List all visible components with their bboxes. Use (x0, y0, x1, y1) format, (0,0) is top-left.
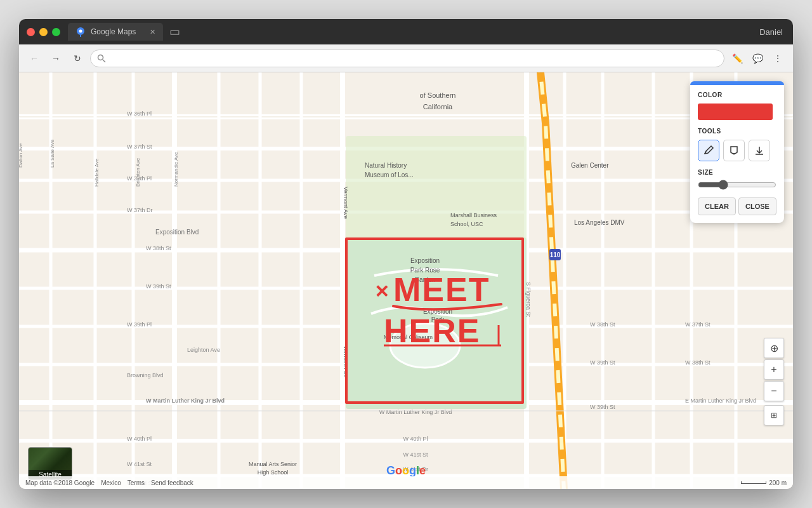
svg-text:High School: High School (258, 469, 289, 476)
svg-text:W 36th Pl: W 36th Pl (127, 110, 152, 117)
map-footer: Map data ©2018 Google Mexico Terms Send … (19, 476, 793, 489)
user-name: Daniel (759, 27, 783, 37)
scale-label: 200 m (769, 479, 787, 486)
svg-text:S Figueroa St: S Figueroa St (525, 282, 532, 318)
svg-text:Exposition: Exposition (410, 257, 440, 264)
address-input[interactable]: Page Marker (110, 53, 717, 63)
map-controls: ⊕ + − ⊞ (764, 338, 784, 425)
color-label: COLOR (698, 91, 776, 98)
svg-text:W 41st St: W 41st St (127, 461, 152, 467)
svg-text:of Southern: of Southern (420, 91, 456, 99)
svg-text:W 38th St: W 38th St (590, 321, 615, 328)
traffic-lights (27, 28, 60, 36)
tools-label: TOOLS (698, 128, 776, 135)
fill-icon (728, 145, 740, 156)
svg-text:W 37th St: W 37th St (127, 144, 152, 150)
svg-text:W 40th Pl: W 40th Pl (127, 436, 152, 442)
forward-button[interactable]: → (47, 50, 65, 67)
svg-text:MEET: MEET (393, 271, 490, 308)
titlebar: Google Maps ✕ ▭ Daniel (19, 19, 793, 44)
maximize-button[interactable] (52, 28, 60, 36)
svg-text:Normandie Ave: Normandie Ave (173, 152, 179, 187)
svg-point-1 (79, 30, 82, 33)
pen-tool-button[interactable] (698, 140, 719, 161)
svg-text:W 40th Pl: W 40th Pl (403, 436, 428, 442)
color-swatch[interactable] (698, 104, 773, 120)
clear-button[interactable]: CLEAR (698, 197, 736, 215)
svg-text:Leighton Ave: Leighton Ave (187, 347, 220, 353)
close-button[interactable] (27, 28, 35, 36)
google-logo: Google (386, 464, 426, 478)
svg-point-2 (98, 55, 103, 60)
map-feedback-link[interactable]: Send feedback (151, 479, 193, 486)
address-bar[interactable]: Page Marker (90, 50, 724, 67)
browser-toolbar: ← → ↻ Page Marker ✏️ 💬 ⋮ (19, 44, 793, 72)
svg-text:✕: ✕ (374, 282, 389, 302)
maps-tab-icon (75, 27, 86, 37)
svg-text:HERE: HERE (384, 312, 480, 349)
svg-text:School, USC: School, USC (450, 221, 483, 227)
zoom-out-button[interactable]: − (764, 381, 784, 401)
svg-text:W 39th St: W 39th St (590, 404, 615, 410)
satellite-thumbnail[interactable]: Satellite (28, 447, 72, 480)
map-data-credit: Map data ©2018 Google (25, 479, 95, 486)
svg-text:W 39th Pl: W 39th Pl (127, 321, 152, 328)
map-terms-link[interactable]: Terms (128, 479, 145, 486)
svg-text:Manual Arts Senior: Manual Arts Senior (249, 461, 297, 467)
svg-text:W 41st St: W 41st St (403, 451, 428, 458)
minimize-button[interactable] (39, 28, 48, 36)
svg-text:Natural History: Natural History (365, 162, 407, 169)
browser-tab[interactable]: Google Maps ✕ (68, 23, 163, 41)
svg-text:Marshall Business: Marshall Business (450, 212, 497, 218)
zoom-in-button[interactable]: + (764, 359, 784, 380)
download-tool-button[interactable] (749, 140, 770, 161)
panel-top-bar (690, 81, 784, 85)
svg-text:W 37th Dr: W 37th Dr (127, 207, 153, 213)
svg-text:W Martin Luther King Jr Blvd: W Martin Luther King Jr Blvd (379, 409, 452, 415)
map-mexico-link[interactable]: Mexico (101, 479, 121, 486)
svg-text:E Martin Luther King Jr Blvd: E Martin Luther King Jr Blvd (685, 398, 756, 404)
svg-text:W 38th St: W 38th St (685, 359, 710, 366)
fill-tool-button[interactable] (723, 140, 745, 161)
new-tab-button[interactable]: ▭ (166, 23, 183, 41)
more-options-button[interactable]: ⋮ (769, 50, 787, 67)
svg-text:Halldale Ave: Halldale Ave (94, 158, 100, 187)
svg-text:Exposition Blvd: Exposition Blvd (155, 229, 199, 236)
back-button[interactable]: ← (25, 50, 43, 67)
tab-label: Google Maps (91, 27, 136, 36)
svg-text:W 39th St: W 39th St (590, 359, 615, 366)
svg-text:W Martin Luther King Jr Blvd: W Martin Luther King Jr Blvd (146, 398, 225, 404)
layer-toggle-button[interactable]: ⊞ (764, 405, 784, 425)
scale-bar: 200 m (741, 479, 787, 486)
pen-icon (703, 145, 714, 156)
size-label: SIZE (698, 169, 776, 176)
svg-text:Brighten Ave: Brighten Ave (135, 157, 141, 187)
svg-text:W 37th St: W 37th St (685, 321, 710, 328)
close-button[interactable]: CLOSE (738, 197, 776, 215)
svg-text:Los Angeles DMV: Los Angeles DMV (574, 219, 625, 226)
tab-close-button[interactable]: ✕ (150, 28, 155, 36)
download-icon (754, 145, 765, 156)
size-slider[interactable] (698, 180, 776, 190)
svg-text:La Salle Ave: La Salle Ave (49, 139, 55, 168)
svg-text:California: California (423, 103, 453, 110)
annotation-panel: COLOR TOOLS (690, 81, 784, 223)
reload-button[interactable]: ↻ (69, 50, 86, 67)
panel-buttons: CLEAR CLOSE (698, 197, 776, 215)
browser-window: Google Maps ✕ ▭ Daniel ← → ↻ Page Marker… (19, 19, 793, 489)
location-button[interactable]: ⊕ (764, 338, 784, 358)
search-icon (97, 54, 106, 63)
map-container[interactable]: W 36th Pl W 37th St W 37th Pl W 37th Dr … (19, 72, 793, 489)
svg-text:W 39th St: W 39th St (146, 283, 171, 290)
svg-text:W 38th St: W 38th St (146, 245, 171, 251)
svg-text:Vermont Ave: Vermont Ave (343, 187, 349, 219)
svg-text:110: 110 (550, 251, 561, 258)
tab-area: Google Maps ✕ ▭ (68, 23, 785, 41)
annotation-pen-button[interactable]: ✏️ (728, 50, 746, 67)
svg-line-3 (103, 60, 105, 62)
map-svg: W 36th Pl W 37th St W 37th Pl W 37th Dr … (19, 72, 793, 489)
svg-text:Museum of Los...: Museum of Los... (365, 171, 414, 178)
svg-text:Galen Center: Galen Center (571, 162, 609, 169)
screenshot-button[interactable]: 💬 (749, 50, 766, 67)
tools-row (698, 140, 776, 161)
